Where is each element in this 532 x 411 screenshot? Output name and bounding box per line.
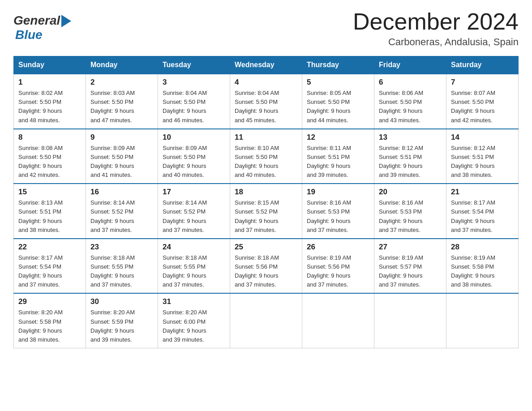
day-info-line: Daylight: 9 hours (235, 163, 279, 169)
day-info: Sunrise: 8:16 AMSunset: 5:53 PMDaylight:… (379, 198, 442, 235)
weekday-header-tuesday: Tuesday (158, 56, 230, 74)
day-info-line: Sunrise: 8:18 AM (90, 254, 135, 261)
day-info-line: Sunset: 5:51 PM (307, 154, 350, 160)
day-info-line: Sunset: 5:50 PM (379, 98, 422, 105)
location-subtitle: Carboneras, Andalusia, Spain (353, 36, 519, 48)
day-info-line: Sunrise: 8:07 AM (451, 90, 495, 96)
svg-marker-0 (61, 15, 71, 27)
day-info: Sunrise: 8:16 AMSunset: 5:53 PMDaylight:… (307, 198, 369, 235)
day-info: Sunrise: 8:06 AMSunset: 5:50 PMDaylight:… (379, 89, 442, 125)
calendar-day-cell (230, 293, 302, 348)
day-info-line: Sunset: 5:54 PM (451, 208, 494, 215)
day-info-line: and 37 minutes. (163, 281, 204, 288)
day-number: 1 (18, 78, 81, 87)
calendar-day-cell: 26Sunrise: 8:19 AMSunset: 5:56 PMDayligh… (302, 239, 374, 294)
calendar-week-row: 22Sunrise: 8:17 AMSunset: 5:54 PMDayligh… (14, 239, 519, 294)
day-info: Sunrise: 8:03 AMSunset: 5:50 PMDaylight:… (90, 89, 153, 125)
day-number: 25 (235, 243, 297, 252)
day-info-line: Sunrise: 8:20 AM (18, 309, 63, 316)
day-info-line: Daylight: 9 hours (235, 107, 279, 114)
day-info-line: and 39 minutes. (307, 171, 348, 178)
day-info: Sunrise: 8:11 AMSunset: 5:51 PMDaylight:… (307, 144, 369, 180)
day-info-line: Daylight: 9 hours (451, 163, 495, 169)
day-info-line: and 37 minutes. (18, 281, 60, 288)
calendar-week-row: 1Sunrise: 8:02 AMSunset: 5:50 PMDaylight… (14, 74, 519, 129)
day-info-line: and 38 minutes. (18, 227, 60, 233)
day-info-line: Daylight: 9 hours (451, 272, 495, 279)
day-info-line: Daylight: 9 hours (90, 327, 134, 334)
logo-arrow-icon (61, 15, 71, 27)
day-number: 11 (235, 133, 297, 142)
day-info-line: Daylight: 9 hours (18, 163, 62, 169)
day-info-line: Sunrise: 8:14 AM (90, 199, 135, 206)
day-info-line: Sunrise: 8:04 AM (163, 90, 207, 96)
day-info: Sunrise: 8:18 AMSunset: 5:56 PMDaylight:… (235, 253, 297, 290)
day-info-line: Daylight: 9 hours (18, 327, 62, 334)
day-info-line: and 37 minutes. (235, 281, 276, 288)
calendar-table: SundayMondayTuesdayWednesdayThursdayFrid… (13, 56, 519, 348)
day-info-line: and 38 minutes. (451, 171, 493, 178)
day-info: Sunrise: 8:19 AMSunset: 5:56 PMDaylight:… (307, 253, 369, 290)
day-info-line: Sunrise: 8:14 AM (163, 199, 207, 206)
day-info-line: Sunrise: 8:18 AM (163, 254, 207, 261)
day-info-line: Daylight: 9 hours (90, 272, 134, 279)
day-info-line: and 45 minutes. (235, 117, 276, 124)
day-info-line: Daylight: 9 hours (451, 107, 495, 114)
day-info-line: and 39 minutes. (163, 336, 204, 343)
day-info: Sunrise: 8:17 AMSunset: 5:54 PMDaylight:… (451, 198, 514, 235)
day-info-line: Sunset: 5:55 PM (163, 263, 206, 270)
day-info-line: Daylight: 9 hours (18, 272, 62, 279)
day-info-line: Sunset: 5:52 PM (90, 208, 133, 215)
day-info-line: Sunset: 5:50 PM (451, 98, 494, 105)
day-info-line: Sunset: 6:00 PM (163, 318, 206, 325)
calendar-day-cell: 3Sunrise: 8:04 AMSunset: 5:50 PMDaylight… (158, 74, 230, 129)
day-info-line: Sunrise: 8:18 AM (235, 254, 279, 261)
day-info-line: Sunrise: 8:15 AM (235, 199, 279, 206)
day-info-line: and 37 minutes. (163, 227, 204, 233)
day-info-line: Sunset: 5:58 PM (18, 318, 61, 325)
day-info: Sunrise: 8:19 AMSunset: 5:57 PMDaylight:… (379, 253, 442, 290)
day-number: 15 (18, 188, 81, 197)
day-info-line: Sunset: 5:50 PM (307, 98, 350, 105)
weekday-header-friday: Friday (374, 56, 446, 74)
day-info-line: Daylight: 9 hours (90, 107, 134, 114)
calendar-day-cell: 2Sunrise: 8:03 AMSunset: 5:50 PMDaylight… (86, 74, 158, 129)
day-info-line: Sunset: 5:50 PM (235, 154, 278, 160)
day-info-line: Sunrise: 8:02 AM (18, 90, 63, 96)
day-info: Sunrise: 8:19 AMSunset: 5:58 PMDaylight:… (451, 253, 514, 290)
calendar-day-cell: 12Sunrise: 8:11 AMSunset: 5:51 PMDayligh… (302, 129, 374, 184)
day-number: 22 (18, 243, 81, 252)
day-info: Sunrise: 8:10 AMSunset: 5:50 PMDaylight:… (235, 144, 297, 180)
day-info-line: Daylight: 9 hours (307, 107, 351, 114)
calendar-day-cell: 28Sunrise: 8:19 AMSunset: 5:58 PMDayligh… (446, 239, 519, 294)
day-info: Sunrise: 8:20 AMSunset: 5:59 PMDaylight:… (90, 308, 153, 344)
day-info-line: Sunset: 5:50 PM (235, 98, 278, 105)
day-info: Sunrise: 8:07 AMSunset: 5:50 PMDaylight:… (451, 89, 514, 125)
day-info-line: and 46 minutes. (163, 117, 204, 124)
day-info-line: Daylight: 9 hours (163, 327, 206, 334)
day-info-line: Sunset: 5:50 PM (90, 98, 133, 105)
day-info-line: Daylight: 9 hours (379, 163, 423, 169)
day-info-line: Daylight: 9 hours (379, 107, 423, 114)
day-info-line: Daylight: 9 hours (307, 272, 351, 279)
day-info: Sunrise: 8:14 AMSunset: 5:52 PMDaylight:… (90, 198, 153, 235)
day-info-line: and 37 minutes. (379, 227, 420, 233)
day-info-line: Sunrise: 8:13 AM (18, 199, 63, 206)
day-info: Sunrise: 8:18 AMSunset: 5:55 PMDaylight:… (90, 253, 153, 290)
day-info-line: and 44 minutes. (307, 117, 348, 124)
calendar-day-cell: 21Sunrise: 8:17 AMSunset: 5:54 PMDayligh… (446, 184, 519, 239)
day-info-line: and 37 minutes. (90, 281, 132, 288)
day-info-line: Daylight: 9 hours (451, 218, 495, 224)
calendar-day-cell: 1Sunrise: 8:02 AMSunset: 5:50 PMDaylight… (14, 74, 86, 129)
day-info-line: Sunset: 5:58 PM (451, 263, 494, 270)
calendar-day-cell: 22Sunrise: 8:17 AMSunset: 5:54 PMDayligh… (14, 239, 86, 294)
day-info-line: Sunset: 5:50 PM (18, 154, 61, 160)
day-info-line: and 47 minutes. (90, 117, 132, 124)
day-info-line: Sunrise: 8:09 AM (90, 145, 135, 151)
day-number: 7 (451, 78, 514, 87)
day-number: 2 (90, 78, 153, 87)
day-info-line: Daylight: 9 hours (90, 163, 134, 169)
day-info-line: Sunrise: 8:08 AM (18, 145, 63, 151)
calendar-day-cell (374, 293, 446, 348)
day-info-line: Daylight: 9 hours (163, 272, 206, 279)
